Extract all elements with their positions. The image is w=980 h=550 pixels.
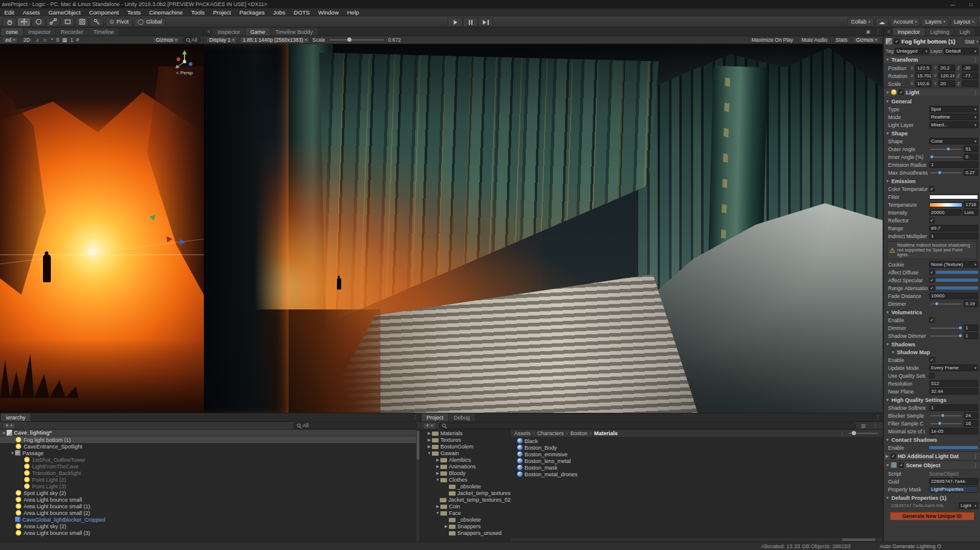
project-search-input[interactable] bbox=[439, 422, 857, 429]
project-folder[interactable]: ▼ Face bbox=[420, 510, 511, 516]
near-plane-input[interactable]: 32.44 bbox=[929, 388, 978, 395]
foldout-arrow-icon[interactable]: ▼ bbox=[1, 431, 7, 435]
transform-header[interactable]: ▼ Transform ⋮ bbox=[884, 55, 980, 64]
2d-toggle[interactable]: 2D bbox=[21, 37, 33, 44]
menu-item[interactable]: Tests bbox=[123, 8, 145, 16]
update-mode-dropdown[interactable]: Every Frame▾ bbox=[929, 364, 978, 371]
move-tool-button[interactable] bbox=[17, 18, 31, 27]
hierarchy-item[interactable]: Point Light (2) bbox=[0, 476, 420, 483]
light-header[interactable]: ▼ ✓ Light ⋮ bbox=[884, 88, 980, 97]
maximize-on-play-toggle[interactable]: Maximize On Play bbox=[749, 37, 797, 44]
dimmer-slider[interactable] bbox=[930, 303, 961, 305]
hierarchy-item[interactable]: Fog light bottom (1) bbox=[0, 436, 420, 443]
project-folder[interactable]: ▼ Gawain bbox=[420, 450, 511, 456]
contact-shadows-enable-bar[interactable] bbox=[929, 446, 978, 449]
shape-dropdown[interactable]: Cone▾ bbox=[929, 138, 978, 144]
layer-dropdown[interactable]: Default▾ bbox=[944, 48, 978, 54]
panel-menu-icon[interactable]: ⋮ bbox=[873, 415, 883, 420]
project-folder[interactable]: ▶ Bloody bbox=[420, 470, 511, 476]
temperature-gradient-slider[interactable] bbox=[929, 202, 962, 207]
intensity-unit-dropdown[interactable]: Lum bbox=[962, 209, 978, 216]
menu-item[interactable]: GameObject bbox=[44, 8, 85, 16]
hierarchy-item[interactable]: Spot Light sky (2) bbox=[0, 490, 420, 496]
foldout-arrow-icon[interactable]: ▶ bbox=[443, 524, 449, 529]
layers-button[interactable]: Layers▾ bbox=[921, 18, 949, 27]
gizmos-dropdown[interactable]: Gizmos▾ bbox=[152, 37, 180, 44]
dimmer-input[interactable]: 0.19 bbox=[964, 300, 978, 307]
pivot-toggle-button[interactable]: ⊙Pivot bbox=[105, 18, 132, 27]
scale-slider[interactable] bbox=[330, 39, 384, 40]
project-folder[interactable]: ▶ Materials bbox=[420, 430, 511, 436]
menu-item[interactable]: Assets bbox=[18, 8, 44, 16]
volumetrics-shadow-dimmer-slider[interactable] bbox=[930, 335, 961, 337]
type-dropdown[interactable]: Spot▾ bbox=[929, 106, 978, 112]
hierarchy-item[interactable]: Area Light bounce small bbox=[0, 496, 420, 503]
icon-size-slider[interactable] bbox=[849, 433, 878, 434]
project-folder[interactable]: Jacket_temp_textures_02 bbox=[420, 496, 511, 503]
game-viewport[interactable] bbox=[204, 44, 883, 413]
tab[interactable]: Project bbox=[422, 413, 448, 421]
static-dropdown[interactable]: Stat bbox=[965, 39, 975, 45]
selected-light-handle[interactable] bbox=[88, 249, 93, 254]
create-menu-button[interactable]: +▾ bbox=[2, 422, 16, 429]
project-file[interactable]: Boston_mask bbox=[511, 464, 883, 471]
section-shape[interactable]: ▼Shape bbox=[884, 129, 980, 137]
aspect-dropdown[interactable]: 1.85:1 1440p (2560x1383)▾ bbox=[240, 37, 310, 44]
foldout-arrow-icon[interactable]: ▼ bbox=[435, 477, 440, 482]
tab[interactable]: Ligh bbox=[955, 28, 975, 36]
custom-tool-button[interactable] bbox=[90, 18, 103, 27]
cloud-button[interactable]: ☁ bbox=[875, 18, 889, 27]
project-folder[interactable]: ▶ Animations bbox=[420, 463, 511, 470]
section-volumetrics[interactable]: ▼Volumetrics bbox=[884, 308, 980, 316]
affect-diffuse-bar[interactable] bbox=[936, 271, 978, 274]
component-menu-icon[interactable]: ⋮ bbox=[973, 89, 978, 95]
panel-menu-icon[interactable]: ⋮ bbox=[871, 423, 880, 429]
display-dropdown[interactable]: Display 1▾ bbox=[206, 37, 237, 44]
hierarchy-item[interactable]: LightFromTheCave bbox=[0, 463, 420, 470]
rotate-tool-button[interactable] bbox=[31, 18, 45, 27]
project-file[interactable]: Black bbox=[511, 438, 883, 444]
menu-item[interactable]: Packages bbox=[235, 8, 269, 16]
reflector-checkbox[interactable]: ✓ bbox=[929, 218, 935, 223]
stats-toggle[interactable]: Stats bbox=[833, 37, 851, 44]
scene-search-input[interactable]: All bbox=[183, 37, 201, 44]
rect-tool-button[interactable] bbox=[60, 18, 74, 27]
tab[interactable]: Game bbox=[246, 28, 270, 36]
project-folder[interactable]: Snappers_unused bbox=[420, 529, 511, 536]
project-folder[interactable]: ▶ BostonGolem bbox=[420, 443, 511, 450]
section-shadows[interactable]: ▼Shadows bbox=[884, 340, 980, 348]
menu-item[interactable]: Help bbox=[343, 8, 364, 16]
section-shadow-map[interactable]: ▼Shadow Map bbox=[884, 348, 980, 356]
breadcrumb-item[interactable]: Boston bbox=[570, 430, 594, 436]
scrollbar-thumb[interactable] bbox=[842, 539, 875, 541]
breadcrumb-item[interactable]: Assets bbox=[514, 430, 537, 436]
foldout-arrow-icon[interactable]: ▶ bbox=[426, 431, 432, 436]
foldout-arrow-icon[interactable]: ▼ bbox=[426, 451, 432, 455]
global-toggle-button[interactable]: ◯Global bbox=[134, 18, 166, 27]
position-x-input[interactable]: 122.5 bbox=[915, 65, 932, 71]
hierarchy-item[interactable]: CaveGlobal_lightblocker_Cropped bbox=[0, 516, 420, 523]
scale-z-input[interactable] bbox=[962, 80, 978, 87]
transform-tool-button[interactable] bbox=[75, 18, 89, 27]
tab[interactable]: Lighting bbox=[926, 28, 955, 36]
slider-knob[interactable] bbox=[930, 155, 934, 159]
panel-menu-icon[interactable]: ⋮ bbox=[873, 29, 883, 34]
property-object-field[interactable]: Light▾ bbox=[959, 502, 978, 509]
tab[interactable]: Timeline Buddy bbox=[270, 28, 318, 36]
scale-tool-button[interactable] bbox=[46, 18, 60, 27]
step-button[interactable] bbox=[478, 18, 493, 27]
project-file[interactable]: Boston_Body bbox=[511, 444, 883, 451]
volumetrics-enable-checkbox[interactable]: ✓ bbox=[929, 317, 935, 323]
component-menu-icon[interactable]: ⋮ bbox=[973, 462, 978, 468]
shadow-map-enable-checkbox[interactable]: ✓ bbox=[929, 357, 935, 363]
hierarchy-item[interactable]: CaveEntrance_Spotlight bbox=[0, 443, 420, 450]
hierarchy-item[interactable]: Area Light bounce small (1) bbox=[0, 503, 420, 510]
range-input[interactable]: 89.7 bbox=[929, 225, 978, 231]
tab[interactable]: Timeline bbox=[89, 28, 119, 36]
collab-button[interactable]: Collab▾ bbox=[848, 18, 874, 27]
project-folder[interactable]: ▶ Alembics bbox=[420, 456, 511, 463]
slider-knob[interactable] bbox=[958, 334, 962, 338]
hierarchy-item[interactable]: Area Light bounce small (3) bbox=[0, 529, 420, 536]
project-folder[interactable]: ▼ Clothes bbox=[420, 476, 511, 483]
temperature-input[interactable]: 1716 bbox=[964, 201, 978, 208]
